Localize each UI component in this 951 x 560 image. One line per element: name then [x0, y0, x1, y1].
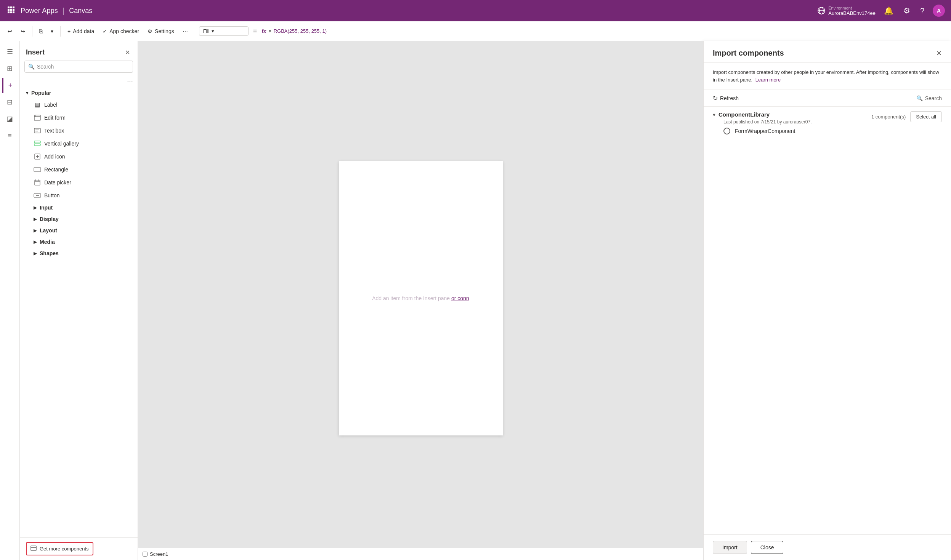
title-separator: |	[63, 6, 64, 15]
settings-button[interactable]: ⚙	[902, 5, 912, 17]
screens-button[interactable]: ⊞	[2, 61, 18, 76]
library-chevron-icon[interactable]: ▾	[713, 112, 715, 118]
insert-more-button[interactable]: ⋯	[127, 77, 133, 85]
settings-toolbar-button[interactable]: ⚙ Settings	[144, 26, 177, 37]
input-category[interactable]: ▶ Input	[21, 202, 136, 213]
get-more-components-button[interactable]: Get more components	[26, 542, 93, 555]
canvas-bottom: Screen1	[138, 548, 703, 560]
waffle-menu-button[interactable]	[6, 5, 16, 17]
tree-view-button[interactable]: ☰	[2, 44, 18, 59]
insert-item-text-box[interactable]: Text box	[21, 124, 136, 137]
media-label: Media	[40, 239, 55, 245]
paste-down-button[interactable]: ▾	[48, 26, 56, 37]
import-close-button[interactable]: ✕	[936, 49, 942, 58]
svg-rect-18	[34, 141, 40, 143]
insert-item-rectangle[interactable]: Rectangle	[21, 163, 136, 176]
learn-more-link[interactable]: Learn more	[755, 77, 781, 83]
placeholder-text: Add an item from the Insert pane or conn	[372, 295, 469, 301]
display-chevron-icon: ▶	[34, 217, 37, 222]
insert-search: 🔍	[24, 61, 133, 73]
gear-icon: ⚙	[903, 6, 910, 15]
insert-item-vertical-gallery[interactable]: Vertical gallery	[21, 137, 136, 150]
svg-rect-1	[10, 6, 12, 8]
label-icon: ▤	[34, 101, 41, 109]
select-all-button[interactable]: Select all	[910, 111, 942, 122]
notifications-button[interactable]: 🔔	[882, 5, 895, 17]
label-item-text: Label	[44, 102, 57, 108]
redo-button[interactable]: ↪	[18, 26, 28, 37]
svg-rect-19	[34, 144, 40, 146]
input-label: Input	[40, 205, 53, 211]
import-panel: Import components ✕ Import components cr…	[703, 41, 951, 560]
data-button[interactable]: ⊟	[2, 94, 18, 110]
search-icon: 🔍	[28, 64, 35, 70]
components-button[interactable]: ◪	[2, 111, 18, 126]
display-category[interactable]: ▶ Display	[21, 213, 136, 225]
insert-button[interactable]: +	[2, 78, 18, 93]
screen-checkbox[interactable]	[143, 552, 148, 557]
refresh-button[interactable]: ↻ Refresh	[713, 94, 739, 102]
connect-link[interactable]: or conn	[451, 295, 469, 301]
insert-options: ⋯	[20, 76, 138, 88]
date-picker-icon	[34, 179, 41, 186]
fill-select[interactable]: Fill ▾	[199, 26, 249, 36]
import-description: Import components created by other peopl…	[704, 62, 951, 90]
layout-label: Layout	[40, 227, 57, 234]
insert-list: ▾ Popular ▤ Label Edit form	[20, 88, 138, 537]
button-item-text: Button	[44, 192, 59, 198]
insert-item-date-picker[interactable]: Date picker	[21, 176, 136, 189]
insert-item-button[interactable]: Button	[21, 189, 136, 202]
more-menu-button[interactable]: ⋯	[180, 26, 191, 37]
svg-rect-4	[10, 9, 12, 11]
copy-icon: ⎘	[39, 28, 42, 34]
app-checker-button[interactable]: ✓ App checker	[99, 26, 142, 37]
import-button[interactable]: Import	[713, 541, 747, 554]
vertical-gallery-item-text: Vertical gallery	[44, 141, 79, 147]
close-button[interactable]: Close	[751, 541, 784, 554]
import-search-button[interactable]: 🔍 Search	[916, 95, 942, 101]
component-library: ▾ ComponentLibrary Last published on 7/1…	[713, 111, 942, 138]
tree-view-icon: ☰	[7, 48, 13, 56]
import-toolbar: ↻ Refresh 🔍 Search	[704, 90, 951, 107]
checker-icon: ✓	[103, 28, 107, 34]
import-search-icon: 🔍	[916, 95, 923, 101]
insert-icon: +	[8, 82, 13, 90]
popular-chevron-icon: ▾	[26, 90, 28, 96]
edit-form-item-text: Edit form	[44, 115, 66, 121]
media-category[interactable]: ▶ Media	[21, 236, 136, 248]
user-avatar[interactable]: A	[933, 5, 945, 17]
component-radio[interactable]	[723, 128, 730, 134]
svg-rect-5	[13, 9, 14, 11]
insert-item-label[interactable]: ▤ Label	[21, 98, 136, 111]
svg-rect-12	[34, 115, 40, 120]
copy-button[interactable]: ⎘	[36, 26, 45, 37]
svg-rect-6	[8, 11, 10, 13]
fill-label: Fill	[203, 28, 210, 34]
insert-item-add-icon[interactable]: Add icon	[21, 150, 136, 163]
button-icon	[34, 192, 41, 199]
insert-item-edit-form[interactable]: Edit form	[21, 111, 136, 124]
import-title: Import components	[713, 49, 784, 58]
component-count: 1 component(s)	[871, 114, 906, 120]
shapes-label: Shapes	[40, 250, 59, 256]
popular-category[interactable]: ▾ Popular	[21, 88, 136, 98]
insert-search-input[interactable]	[24, 61, 133, 73]
insert-close-button[interactable]: ✕	[123, 47, 132, 58]
rectangle-item-text: Rectangle	[44, 166, 68, 173]
svg-rect-8	[13, 11, 14, 13]
refresh-icon: ↻	[713, 94, 718, 102]
canvas-frame[interactable]: Add an item from the Insert pane or conn	[339, 161, 503, 435]
date-picker-item-text: Date picker	[44, 179, 71, 186]
undo-icon: ↩	[8, 28, 12, 34]
undo-button[interactable]: ↩	[5, 26, 15, 37]
canvas-label: Canvas	[69, 7, 92, 15]
layout-chevron-icon: ▶	[34, 228, 37, 233]
data-icon: ⊟	[7, 98, 13, 106]
add-data-button[interactable]: + Add data	[64, 26, 97, 37]
help-button[interactable]: ?	[919, 5, 926, 17]
import-footer: Import Close	[704, 534, 951, 560]
get-more-label: Get more components	[40, 546, 89, 552]
variables-button[interactable]: ≡	[2, 128, 18, 143]
layout-category[interactable]: ▶ Layout	[21, 225, 136, 236]
shapes-category[interactable]: ▶ Shapes	[21, 248, 136, 259]
